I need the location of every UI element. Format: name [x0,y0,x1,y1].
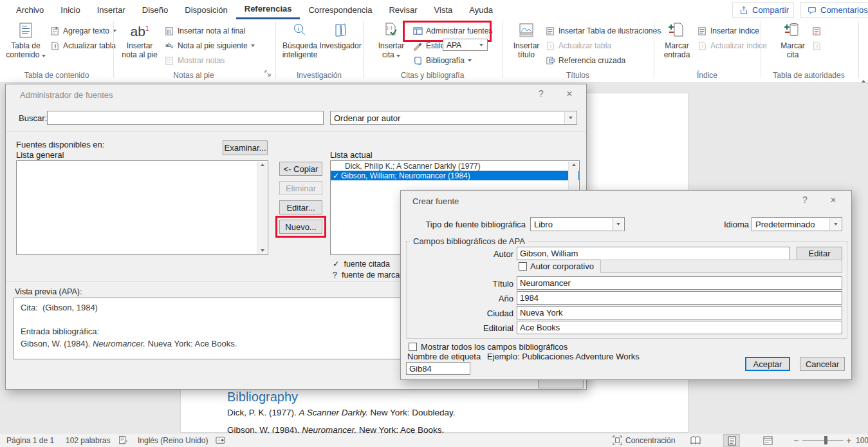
web-layout-button[interactable] [759,434,776,447]
manage-sources-button[interactable]: Administrar fuentes [413,24,492,38]
edit-button[interactable]: Editar... [279,200,322,214]
language-select[interactable]: Predeterminado [752,217,842,231]
scroll-up-icon[interactable] [261,164,264,166]
preview-label: Vista previa (APA): [15,287,82,296]
read-mode-button[interactable] [687,434,704,447]
corporate-author-label: Autor corporativo [530,262,594,271]
new-button[interactable]: Nuevo... [279,220,322,234]
copy-button[interactable]: <- Copiar [279,162,322,176]
list-item-selected[interactable]: ✓ Gibson, William; Neuromancer (1984) [331,171,579,180]
tab-insertar[interactable]: Insertar [89,0,134,19]
mark-entry-icon [669,22,685,39]
corporate-author-checkbox[interactable] [519,262,527,271]
close-icon[interactable]: × [563,88,576,100]
comment-icon [808,6,817,15]
cancel-button[interactable]: Cancelar [800,357,845,371]
language-indicator[interactable]: Inglés (Reino Unido) [138,436,208,445]
focus-mode-label[interactable]: Concentración [625,436,675,445]
tab-correspondencia[interactable]: Correspondencia [300,0,380,19]
update-index-button: ! Actualizar índice [697,39,767,53]
preview-entry-label: Entrada bibliográfica: [21,327,99,336]
insert-footnote-button[interactable]: ab1 Insertar nota al pie [118,22,161,59]
chevron-down-icon[interactable] [564,112,576,124]
city-input[interactable] [517,306,842,319]
help-icon[interactable]: ? [799,195,811,205]
comments-button[interactable]: Comentarios [800,2,868,18]
update-authorities-icon: ! [812,41,822,51]
tab-diseno[interactable]: Diseño [134,0,176,19]
chevron-down-icon[interactable] [476,40,486,50]
insert-endnote-button[interactable]: [i] Insertar nota al final [165,24,245,38]
scrollbar[interactable] [257,162,267,254]
dialog-launcher-icon[interactable] [264,70,272,77]
publisher-input[interactable] [517,321,842,334]
sort-select[interactable]: Ordenar por autor [330,111,577,125]
update-table-button[interactable]: ! Actualizar tabla [50,39,116,53]
svg-text:[i]: [i] [167,28,171,34]
close-icon[interactable]: × [827,195,840,206]
chevron-down-icon[interactable] [829,218,841,230]
smart-lookup-icon: i [291,22,308,39]
insert-citation-button[interactable]: (–) Insertar cita [373,22,409,59]
search-input[interactable] [47,111,324,125]
scroll-up-icon[interactable] [572,164,576,166]
edit-author-button[interactable]: Editar [797,247,842,260]
tag-name-input[interactable] [406,362,470,375]
page-indicator[interactable]: Página 1 de 1 [6,436,54,445]
zoom-slider-handle[interactable] [824,436,827,444]
cross-reference-button[interactable]: Referencia cruzada [546,53,625,68]
insert-index-button[interactable]: Insertar índice [697,24,759,38]
mark-entry-button[interactable]: Marcar entrada [659,22,695,59]
author-input[interactable] [517,247,790,260]
smart-lookup-button[interactable]: i Búsqueda inteligente [281,22,319,59]
style-select[interactable]: APA [443,39,488,51]
group-label-citations: Citas y bibliografía [363,71,502,80]
print-layout-button[interactable] [723,434,740,447]
add-text-button[interactable]: Agregar texto [50,24,116,38]
fields-group-label: Campos bibliográficos de APA [411,236,528,246]
tab-inicio[interactable]: Inicio [52,0,88,19]
tab-referencias[interactable]: Referencias [236,0,300,19]
insert-table-figures-button[interactable]: Insertar Tabla de ilustraciones [546,24,661,38]
toc-button[interactable]: Tabla de contenido [5,22,46,59]
help-icon[interactable]: ? [535,88,548,99]
accept-button[interactable]: Aceptar [745,357,790,371]
zoom-in-button[interactable]: + [846,435,851,446]
mark-citation-button[interactable]: Marcar cita [775,22,811,59]
collapse-ribbon-icon[interactable] [862,73,865,85]
tab-ayuda[interactable]: Ayuda [461,0,501,19]
zoom-level[interactable]: 100% [856,436,868,445]
zoom-slider-track[interactable] [802,440,844,441]
focus-mode-icon[interactable] [613,435,622,445]
tab-archivo[interactable]: Archivo [8,0,52,19]
researcher-button[interactable]: Investigador [320,22,360,50]
proofing-icon[interactable] [118,435,127,445]
tab-vista[interactable]: Vista [426,0,461,19]
check-icon: ✓ [333,260,339,269]
title-input[interactable] [517,276,842,290]
recording-icon[interactable] [216,435,225,445]
list-item[interactable]: Dick, Philip K.; A Scanner Darkly (1977) [331,161,579,171]
legend-cited: ✓ fuente citada [333,259,390,269]
question-mark-icon: ? [333,271,337,280]
bibliography-button[interactable]: Bibliografía [413,53,472,68]
word-count[interactable]: 102 palabras [66,436,110,445]
share-button[interactable]: Compartir [732,2,794,18]
browse-button[interactable]: Examinar... [223,140,268,155]
year-input[interactable] [517,291,842,305]
author-label: Autor [439,249,513,259]
master-list-box[interactable] [16,160,268,255]
show-all-fields-checkbox[interactable] [409,343,417,351]
chevron-down-icon[interactable] [612,218,623,230]
source-type-select[interactable]: Libro [530,217,625,231]
zoom-out-button[interactable]: − [793,435,799,446]
tab-disposicion[interactable]: Disposición [176,0,235,19]
update-index-icon: ! [697,41,707,51]
insert-caption-button[interactable]: Insertar título [508,22,544,59]
tab-revisar[interactable]: Revisar [380,0,425,19]
update-table-icon: ! [546,41,555,51]
insert-table-authorities-button[interactable] [812,24,822,38]
scroll-down-icon[interactable] [261,249,264,252]
group-label-captions: Títulos [502,71,654,80]
next-footnote-button[interactable]: ab Nota al pie siguiente [165,39,255,53]
